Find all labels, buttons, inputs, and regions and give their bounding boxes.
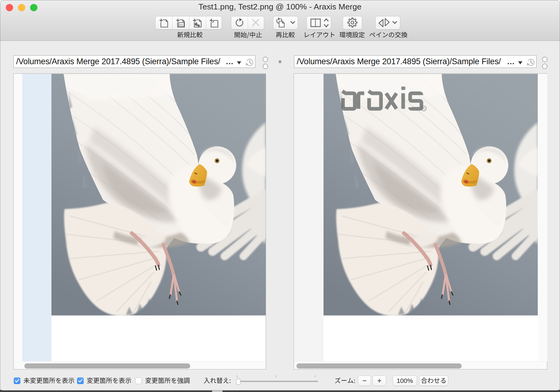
svg-text:01: 01 xyxy=(179,23,183,27)
svg-text:R: R xyxy=(423,107,425,110)
